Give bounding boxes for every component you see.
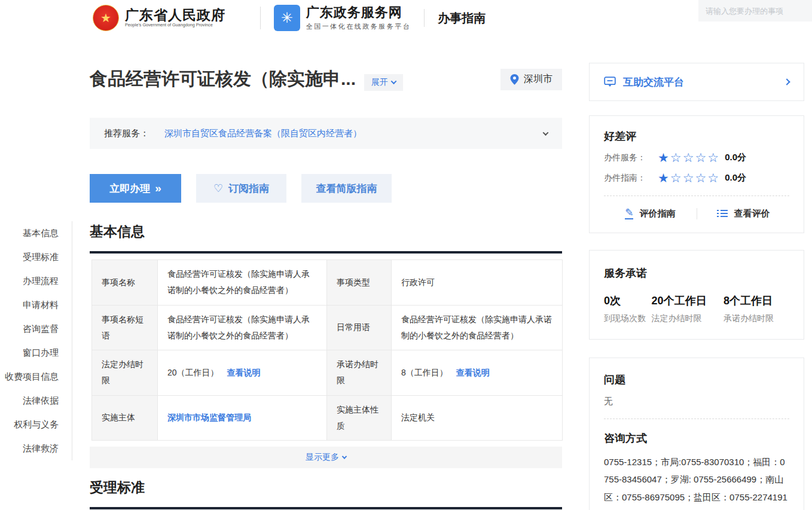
chevron-right-icon (783, 78, 790, 85)
cell-value: 食品经营许可证核发（除实施申请人承诺制的小餐饮之外的食品经营者） (392, 305, 563, 350)
sidebar-item-legal-basis[interactable]: 法律依据 (0, 389, 72, 413)
star-icon: ☆ (670, 171, 683, 185)
question-contact-panel: 问题 无 咨询方式 0755-12315；市局:0755-83070310；福田… (589, 358, 804, 510)
rating-score: 0.0分 (725, 152, 746, 163)
star-icon: ☆ (695, 151, 707, 164)
sidebar-item-basic-info[interactable]: 基本信息 (0, 221, 72, 245)
sidebar-item-fees[interactable]: 收费项目信息 (0, 365, 72, 389)
portal-logo[interactable]: 广东政务服务网 全国一体化在线政务服务平台 (306, 5, 411, 31)
rating-title: 好差评 (604, 129, 789, 143)
view-explanation-link[interactable]: 查看说明 (227, 368, 261, 377)
recommend-chevron-down-icon[interactable] (543, 130, 549, 136)
contact-text: 0755-12315；市局:0755-83070310；福田：0755-8345… (604, 453, 789, 510)
sidebar-item-legal-remedy[interactable]: 法律救济 (0, 436, 72, 460)
pinwheel-glyph-icon: ✳ (281, 10, 293, 26)
view-ratings-link[interactable]: 查看评价 (697, 208, 790, 219)
accept-standard-section: 受理标准 (90, 478, 562, 509)
recommend-bar: 推荐服务： 深圳市自贸区食品经营备案（限自贸区内经营者） (90, 118, 562, 149)
interact-platform-label: 互助交流平台 (623, 75, 684, 89)
time-limit-value: 20（工作日） (167, 368, 219, 377)
national-emblem-icon: ★ (93, 5, 119, 31)
subscribe-guide-button[interactable]: ♡ 订阅指南 (196, 174, 286, 203)
list-icon (716, 209, 728, 218)
recommend-link[interactable]: 深圳市自贸区食品经营备案（限自贸区内经营者） (164, 128, 362, 139)
stat-label: 到现场次数 (604, 313, 652, 324)
sidebar-item-accept-standard[interactable]: 受理标准 (0, 245, 72, 269)
gov-logo[interactable]: 广东省人民政府 People's Government of Guangdong… (125, 7, 247, 29)
double-arrow-icon: » (155, 182, 161, 195)
promise-stats: 0次 到现场次数 20个工作日 法定办结时限 8个工作日 承诺办结时限 (604, 294, 789, 324)
basic-info-table: 事项名称 食品经营许可证核发（除实施申请人承诺制的小餐饮之外的食品经营者） 事项… (91, 259, 563, 441)
side-nav: 基本信息 受理标准 办理流程 申请材料 咨询监督 窗口办理 收费项目信息 法律依… (0, 221, 72, 460)
stat-promised-time-limit: 8个工作日 承诺办结时限 (724, 294, 774, 324)
view-ratings-label: 查看评价 (734, 208, 770, 219)
title-expand-button[interactable]: 展开 (364, 74, 403, 91)
question-title: 问题 (604, 372, 789, 387)
cell-value: 食品经营许可证核发（除实施申请人承诺制的小餐饮之外的食品经营者） (158, 305, 327, 350)
basic-info-section: 基本信息 事项名称 食品经营许可证核发（除实施申请人承诺制的小餐饮之外的食品经营… (90, 222, 562, 468)
gov-logo-subtitle: People's Government of Guangdong Provinc… (125, 23, 213, 28)
subscribe-label: 订阅指南 (228, 182, 269, 196)
page-label: 办事指南 (438, 10, 486, 26)
heart-icon: ♡ (213, 182, 223, 195)
gov-logo-title: 广东省人民政府 (125, 7, 247, 23)
action-buttons: 立即办理 » ♡ 订阅指南 查看简版指南 (90, 174, 392, 203)
sidebar-item-consult[interactable]: 咨询监督 (0, 317, 72, 341)
stat-value: 20个工作日 (652, 294, 724, 308)
rating-links: ✎ 评价指南 查看评价 (604, 196, 789, 231)
cell-value: 法定机关 (392, 395, 563, 441)
time-limit-value: 8（工作日） (401, 368, 448, 377)
page-title: 食品经营许可证核发（除实施申... (90, 67, 356, 91)
view-explanation-link[interactable]: 查看说明 (456, 368, 490, 377)
header-divider (424, 9, 425, 27)
stat-legal-time-limit: 20个工作日 法定办结时限 (652, 294, 724, 324)
stat-label: 承诺办结时限 (724, 313, 774, 324)
rating-row-service: 办件服务： ★☆☆☆☆ 0.0分 (604, 151, 789, 164)
search-input[interactable] (706, 7, 811, 16)
cell-label: 实施主体性质 (327, 395, 392, 441)
stat-value: 8个工作日 (724, 294, 774, 308)
expand-label: 展开 (371, 77, 388, 88)
pencil-icon: ✎ (625, 207, 633, 219)
rating-guide-link[interactable]: ✎ 评价指南 (604, 207, 697, 219)
cell-label: 日常用语 (327, 305, 392, 350)
contact-phone-numbers: 0755-12315；市局:0755-83070310；福田：0755-8345… (604, 457, 787, 510)
portal-logo-subtitle: 全国一体化在线政务服务平台 (306, 22, 411, 31)
title-row: 食品经营许可证核发（除实施申... 展开 深圳市 (90, 67, 562, 91)
implementing-agency-link[interactable]: 深圳市市场监督管理局 (167, 413, 251, 422)
star-rating[interactable]: ★☆☆☆☆ (658, 172, 720, 184)
apply-now-button[interactable]: 立即办理 » (90, 174, 181, 203)
rating-row-label: 办件指南： (604, 173, 658, 184)
table-row: 法定办结时限 20（工作日）查看说明 承诺办结时限 8（工作日）查看说明 (92, 350, 563, 396)
sidebar-item-window[interactable]: 窗口办理 (0, 341, 72, 365)
show-more-button[interactable]: 显示更多 (90, 447, 562, 468)
star-rating[interactable]: ★☆☆☆☆ (658, 151, 720, 164)
city-selector[interactable]: 深圳市 (500, 69, 562, 90)
simple-guide-button[interactable]: 查看简版指南 (301, 174, 392, 203)
cell-value: 行政许可 (392, 260, 563, 306)
simple-guide-label: 查看简版指南 (316, 182, 377, 196)
chevron-down-icon (391, 78, 397, 84)
interact-platform-panel[interactable]: 互助交流平台 (589, 63, 804, 101)
rating-guide-label: 评价指南 (639, 208, 675, 219)
rating-row-guide: 办件指南： ★☆☆☆☆ 0.0分 (604, 172, 789, 184)
cell-label: 承诺办结时限 (327, 350, 392, 396)
sidebar-item-process[interactable]: 办理流程 (0, 269, 72, 293)
star-icon: ☆ (683, 151, 695, 164)
rating-score: 0.0分 (725, 172, 746, 184)
star-icon: ☆ (707, 151, 720, 164)
sidebar-item-rights[interactable]: 权利与义务 (0, 413, 72, 436)
star-icon: ☆ (683, 171, 695, 185)
table-row: 实施主体 深圳市市场监督管理局 实施主体性质 法定机关 (92, 395, 563, 441)
cell-label: 事项名称短语 (92, 305, 158, 350)
cell-value: 8（工作日）查看说明 (392, 350, 563, 396)
rating-row-label: 办件服务： (604, 152, 658, 163)
promise-title: 服务承诺 (604, 266, 789, 280)
show-more-label: 显示更多 (306, 452, 339, 463)
question-value: 无 (604, 396, 789, 407)
sidebar-item-materials[interactable]: 申请材料 (0, 293, 72, 317)
star-icon: ★ (658, 151, 670, 164)
service-promise-panel: 服务承诺 0次 到现场次数 20个工作日 法定办结时限 8个工作日 承诺办结时限 (589, 250, 804, 340)
table-row: 事项名称短语 食品经营许可证核发（除实施申请人承诺制的小餐饮之外的食品经营者） … (92, 305, 563, 350)
accept-standard-heading: 受理标准 (90, 478, 562, 497)
